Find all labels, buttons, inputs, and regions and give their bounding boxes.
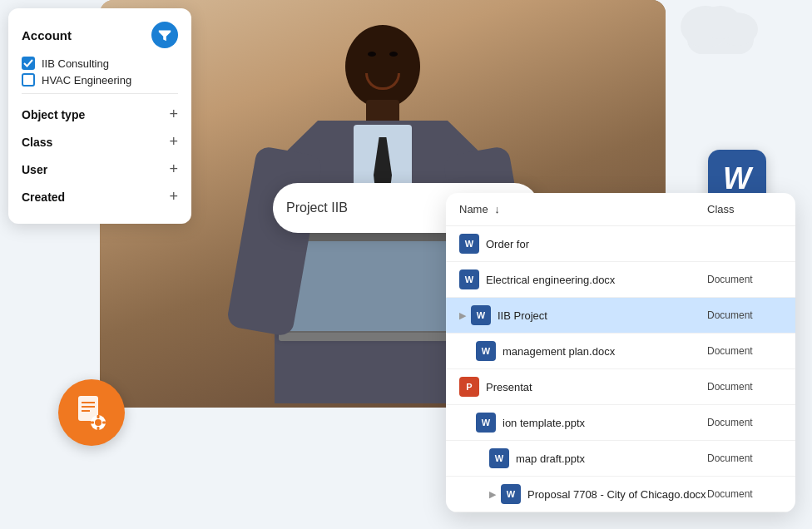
file-row[interactable]: W ion template.pptx Document: [446, 405, 795, 441]
expand-arrow-icon: ▶: [489, 489, 496, 500]
file-panel: Name ↓ Class W Order for W Electrical en…: [446, 193, 795, 512]
filter-icon-button[interactable]: [151, 22, 178, 48]
col-class-header: Class: [707, 203, 782, 215]
file-row[interactable]: W Order for: [446, 226, 795, 262]
file-name: Presentat: [486, 381, 707, 393]
file-row[interactable]: W management plan.docx Document: [446, 334, 795, 369]
svg-point-7: [95, 419, 102, 426]
word-file-icon: W: [489, 448, 509, 468]
divider: [22, 93, 178, 94]
filter-class-label: Class: [22, 136, 52, 149]
file-class: Document: [707, 381, 782, 393]
file-name: Proposal 7708 - City of Chicago.docx: [527, 488, 707, 501]
expand-user-icon: +: [169, 161, 178, 178]
filter-object-type[interactable]: Object type +: [22, 101, 178, 128]
file-row-highlighted[interactable]: ▶ W IIB Project Document: [446, 298, 795, 334]
file-name: ion template.pptx: [503, 417, 707, 429]
expand-class-icon: +: [169, 133, 178, 151]
hvac-checkbox[interactable]: [22, 73, 35, 87]
svg-rect-8: [97, 415, 100, 418]
account-hvac-row[interactable]: HVAC Engineering: [22, 73, 178, 87]
file-class: Document: [707, 274, 782, 285]
file-class: Document: [707, 417, 782, 428]
filter-user-label: User: [22, 163, 47, 176]
filter-object-type-label: Object type: [22, 108, 85, 121]
filter-class[interactable]: Class +: [22, 128, 178, 156]
svg-rect-10: [91, 422, 94, 424]
word-file-icon: W: [459, 234, 479, 254]
file-row[interactable]: ▶ W Proposal 7708 - City of Chicago.docx…: [446, 477, 795, 512]
word-file-icon: W: [471, 305, 491, 325]
file-name: Electrical engineering.docx: [486, 274, 707, 286]
expand-object-type-icon: +: [169, 106, 178, 123]
word-file-icon: W: [501, 484, 521, 504]
expand-created-icon: +: [169, 188, 178, 205]
file-class: Document: [707, 488, 782, 500]
filter-panel: Account IIB Consulting HVAC Engineering …: [8, 8, 191, 224]
filter-header: Account: [22, 22, 178, 48]
file-class: Document: [707, 452, 782, 464]
file-class: Document: [707, 345, 782, 357]
account-iib-row[interactable]: IIB Consulting: [22, 57, 178, 70]
iib-label: IIB Consulting: [42, 57, 109, 70]
file-class: Document: [707, 309, 782, 321]
checkmark-icon: [23, 58, 33, 68]
file-name: Order for: [486, 238, 707, 250]
col-name-header: Name ↓: [459, 203, 707, 215]
document-settings-icon: [73, 394, 110, 431]
word-file-icon: W: [459, 269, 479, 289]
expand-arrow-icon: ▶: [459, 310, 466, 321]
file-name: map draft.pptx: [516, 452, 707, 465]
file-row[interactable]: P Presentat Document: [446, 369, 795, 405]
file-name: IIB Project: [498, 309, 707, 322]
word-letter: W: [723, 161, 751, 196]
filter-created[interactable]: Created +: [22, 183, 178, 210]
file-row[interactable]: W Electrical engineering.docx Document: [446, 262, 795, 298]
file-panel-header: Name ↓ Class: [446, 193, 795, 226]
iib-checkbox[interactable]: [22, 57, 35, 70]
word-file-icon: W: [476, 413, 496, 433]
file-name: management plan.docx: [503, 345, 707, 358]
word-file-icon: W: [476, 341, 496, 361]
filter-icon: [157, 27, 172, 42]
ppt-file-icon: P: [459, 377, 479, 397]
filter-user[interactable]: User +: [22, 156, 178, 183]
account-section: IIB Consulting HVAC Engineering: [22, 57, 178, 87]
sort-arrow-icon: ↓: [494, 203, 500, 215]
filter-created-label: Created: [22, 190, 65, 204]
filter-panel-title: Account: [22, 28, 72, 42]
document-settings-badge: [58, 379, 125, 446]
svg-rect-9: [97, 427, 100, 430]
file-row[interactable]: W map draft.pptx Document: [446, 441, 795, 477]
cloud-decoration: [679, 8, 762, 58]
svg-rect-11: [102, 422, 106, 424]
hvac-label: HVAC Engineering: [42, 74, 131, 87]
